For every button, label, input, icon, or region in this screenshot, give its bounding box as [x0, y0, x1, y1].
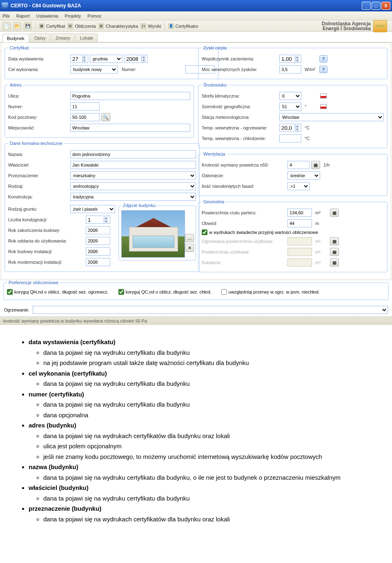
label-szer: Szerokość geograficzna:	[202, 104, 279, 109]
close-button[interactable]: X	[381, 2, 390, 10]
moc-input[interactable]	[279, 65, 301, 73]
oslon-select[interactable]: średnie	[287, 171, 320, 180]
tab-opisy[interactable]: Opisy	[30, 33, 50, 42]
status-bar: krotność wymiany powietrza w budynku wyw…	[0, 316, 392, 325]
nazwa-input[interactable]	[70, 150, 196, 158]
konstr-select[interactable]: tradycyjna	[70, 193, 196, 201]
kod-input[interactable]	[70, 113, 100, 121]
flag-pl-icon[interactable]	[319, 92, 327, 100]
numer-adres-input[interactable]	[70, 102, 100, 111]
date-day-spinner[interactable]: ▲▼	[70, 55, 88, 63]
photo-clear-button[interactable]: ✕	[185, 244, 194, 252]
tab-lokale[interactable]: Lokale	[76, 33, 98, 42]
fieldset-dane: Dane formalno-techniczne Nazwa: Właścici…	[4, 141, 200, 272]
pow-uzy-calc-button[interactable]: ▦	[330, 248, 339, 256]
label-kondyg: Liczba kondygnacji:	[8, 217, 86, 222]
rok-zak-input[interactable]	[86, 226, 110, 234]
kub-calc-button[interactable]: ▦	[330, 258, 339, 267]
pow-rzut-input[interactable]	[287, 209, 312, 217]
grunt-select[interactable]: żwir i piasek	[70, 205, 115, 213]
help-button[interactable]: ?	[319, 66, 327, 73]
przezn-select[interactable]: mieszkalny	[70, 171, 196, 180]
toolbar-wyniki[interactable]: ƒxWyniki	[140, 23, 161, 29]
date-month-select[interactable]: grudnia	[90, 55, 122, 63]
ulica-input[interactable]	[70, 92, 190, 100]
rodzaj-select[interactable]: wolnostojący	[70, 182, 196, 190]
label-rok-inst: Rok budowy instalacji:	[8, 249, 86, 254]
right-column: Zyski ciepła Współczynnik zacienienia: ▲…	[198, 45, 388, 276]
toolbar-certyfikator[interactable]: 👤Certyfikator	[168, 23, 198, 29]
pow-rzut-calc-button[interactable]: ▦	[330, 209, 339, 217]
search-kod-button[interactable]: 🔍	[101, 113, 110, 121]
save-icon[interactable]: 💾	[24, 22, 32, 30]
help-button[interactable]: ?	[319, 55, 327, 62]
toolbar-charakterystyka[interactable]: ▥Charakterystyka	[98, 23, 138, 29]
chk-koryguj-qh[interactable]	[7, 289, 13, 295]
chk-koryguj-qc[interactable]	[118, 289, 124, 295]
ogrz-pow-calc-button[interactable]: ▦	[330, 237, 339, 245]
app-icon: ⌂	[2, 2, 8, 9]
rok-mod-input[interactable]	[86, 258, 110, 266]
menu-plik[interactable]: Plik	[2, 13, 10, 18]
main-panel: Certyfikat Data wystawienia: ▲▼ grudnia …	[1, 42, 391, 280]
rok-uzy-input[interactable]	[86, 237, 110, 245]
krot-input[interactable]	[287, 161, 310, 169]
label-obwod: Obwód:	[202, 221, 287, 226]
tab-zmiany[interactable]: Zmiany	[51, 33, 75, 42]
menu-pomoc[interactable]: Pomoc	[87, 13, 101, 18]
maximize-button[interactable]: □	[372, 2, 381, 10]
separator	[35, 22, 36, 30]
new-icon[interactable]: 📄	[2, 22, 11, 30]
chk-wydruki[interactable]	[202, 229, 207, 235]
minimize-button[interactable]: _	[362, 2, 371, 10]
chk-uwzgl-przerwy[interactable]	[221, 289, 227, 295]
ellipsis-icon: …	[187, 236, 192, 240]
menu-ustawienia[interactable]: Ustawienia	[36, 13, 58, 18]
toolbar-obliczenia[interactable]: ▤Obliczenia	[67, 23, 96, 29]
cel-wykonania-select[interactable]: budynek nowy	[70, 65, 118, 73]
fieldset-zyski: Zyski ciepła Współczynnik zacienienia: ▲…	[198, 45, 388, 79]
rok-inst-input[interactable]	[86, 247, 110, 256]
separator	[165, 22, 165, 30]
label-numer: Numer:	[122, 67, 184, 72]
results-icon: ƒx	[140, 23, 146, 29]
wsp-zac-spinner[interactable]: ▲▼	[279, 55, 301, 63]
fasad-select[interactable]: >1	[287, 182, 310, 190]
chk-uwzgl-przerwy-label: uwzględniaj przerwy w ogrz. w pom. niech…	[229, 289, 320, 294]
grid-icon: ▦	[332, 210, 336, 216]
kondyg-spinner[interactable]: ▲▼	[86, 216, 110, 224]
strefa-select[interactable]: II	[279, 92, 301, 100]
tab-budynek[interactable]: Budynek	[2, 34, 29, 42]
label-kub: Kubatura:	[202, 260, 287, 265]
krot-calc-button[interactable]: ▦	[311, 161, 320, 169]
date-year-spinner[interactable]: ▲▼	[124, 55, 148, 63]
label-wlasciciel: Właściciel:	[8, 162, 70, 167]
wlasciciel-input[interactable]	[70, 161, 196, 169]
fieldset-zdjecie: Zdjęcie budynku … ✕	[118, 203, 196, 260]
szer-select[interactable]: 51	[279, 102, 301, 111]
stacja-select[interactable]: Wrocław	[279, 113, 384, 121]
toolbar-certyfikat[interactable]: ▦Certyfikat	[39, 23, 65, 29]
label-numer-adres: Numer:	[8, 104, 70, 109]
tw-ogrz-spinner[interactable]: ▲▼	[279, 124, 301, 132]
label-krot: Krotność wymiany powietrza n50:	[202, 162, 287, 167]
unit-c: °C	[303, 125, 318, 130]
label-konstr: Konstrukcja:	[8, 194, 70, 199]
menu-raport[interactable]: Raport	[16, 13, 30, 18]
miejscowosc-input[interactable]	[70, 124, 190, 132]
bottom-bar: Ogrzewanie:	[0, 303, 392, 316]
kub-input	[287, 258, 312, 267]
fieldset-preferencje: Preferencje obliczeniowe koryguj QH,nd o…	[3, 280, 389, 300]
flag-pl-icon[interactable]	[319, 103, 327, 110]
legend-zdjecie: Zdjęcie budynku	[121, 203, 157, 208]
photo-edit-button[interactable]: …	[185, 234, 194, 242]
building-photo	[121, 210, 185, 258]
ogrzewanie-select[interactable]	[33, 306, 388, 314]
tw-chlod-input[interactable]	[279, 134, 301, 142]
label-cel-wykonania: Cel wykonania:	[8, 67, 70, 72]
grid-icon: ▦	[332, 260, 336, 265]
open-icon[interactable]: 📂	[13, 22, 21, 30]
chk-wydruki-label: w wydrukach świadectw przyjmij wartości …	[209, 230, 318, 235]
menu-projekty[interactable]: Projekty	[65, 13, 81, 18]
obwod-input[interactable]	[287, 219, 312, 227]
